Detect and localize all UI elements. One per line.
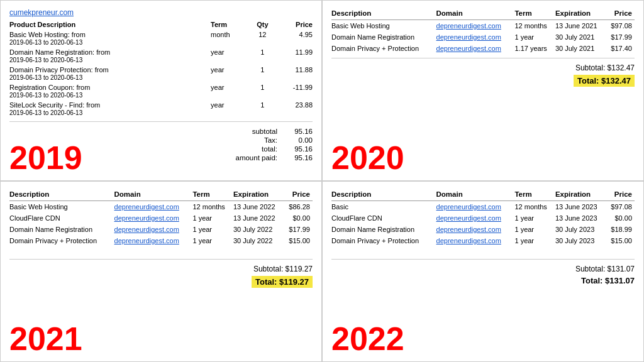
desc-cell: Basic Web Hosting: from2019-06-13 to 202… (9, 30, 208, 47)
desc-cell: Basic Web Hosting (331, 20, 436, 32)
domain-cell: depreneurdigest.com (436, 224, 515, 235)
year-2022: 2022 (331, 322, 404, 355)
price-cell: $17.99 (607, 31, 635, 43)
col-term: Term (514, 189, 555, 201)
desc-cell: CloudFlare CDN (9, 212, 114, 224)
table-row: Basic Web Hosting depreneurdigest.com 12… (9, 201, 313, 213)
total-2020: Total: $132.47 (331, 75, 635, 87)
cell-2022: Description Domain Term Expiration Price… (322, 181, 644, 362)
term-cell: year (208, 82, 251, 100)
price-cell: $97.08 (607, 201, 635, 213)
tax-value: 0.00 (287, 136, 313, 144)
col-header-price: Price (274, 19, 313, 30)
qty-cell: 1 (251, 82, 274, 100)
domain-cell: depreneurdigest.com (436, 235, 515, 246)
table-row: Domain Privacy + Protection depreneurdig… (331, 235, 635, 246)
table-row: Domain Name Registration depreneurdigest… (331, 31, 635, 43)
price-cell: -11.99 (274, 82, 313, 100)
cumekpreneur-link[interactable]: cumekpreneur.com (9, 8, 74, 17)
table-row: Basic Web Hosting depreneurdigest.com 12… (331, 20, 635, 32)
year-2021: 2021 (9, 322, 82, 355)
term-cell: 12 months (514, 201, 555, 213)
col-header-qty: Qty (251, 19, 274, 30)
table-row: Domain Name Registration: from2019-06-13… (9, 47, 313, 65)
col-header-desc: Product Description (9, 19, 208, 30)
table-row: CloudFlare CDN depreneurdigest.com 1 yea… (9, 212, 313, 224)
desc-cell: Domain Privacy Protection: from2019-06-1… (9, 65, 208, 82)
exp-cell: 30 July 2023 (555, 224, 607, 235)
price-cell: $15.00 (285, 235, 313, 246)
total-label: total: (221, 145, 277, 153)
table-row: Basic Web Hosting: from2019-06-13 to 202… (9, 30, 313, 47)
desc-cell: Domain Name Registration (331, 31, 436, 43)
term-cell: 1 year (514, 212, 555, 224)
year-2020: 2020 (331, 141, 404, 174)
invoice-table-2021: Description Domain Term Expiration Price… (9, 189, 313, 246)
term-cell: 1 year (514, 235, 555, 246)
table-row: SiteLock Security - Find: from2019-06-13… (9, 100, 313, 118)
price-cell: $86.28 (285, 201, 313, 213)
price-cell: $0.00 (607, 212, 635, 224)
table-row: CloudFlare CDN depreneurdigest.com 1 yea… (331, 212, 635, 224)
col-price: Price (285, 189, 313, 201)
table-row: Registration Coupon: from2019-06-13 to 2… (9, 82, 313, 100)
price-cell: $17.40 (607, 43, 635, 54)
price-cell: 11.88 (274, 65, 313, 82)
subtotal-2022: Subtotal: $131.07 (331, 265, 635, 273)
col-price: Price (607, 8, 635, 20)
term-cell: 12 months (514, 20, 555, 32)
total-2022: Total: $131.07 (331, 276, 635, 285)
desc-cell: Domain Name Registration (331, 224, 436, 235)
price-cell: $17.99 (285, 224, 313, 235)
price-cell: 4.95 (274, 30, 313, 47)
table-row: Domain Name Registration depreneurdigest… (331, 224, 635, 235)
main-grid: cumekpreneur.com Product Description Ter… (0, 0, 644, 362)
subtotal-2021: Subtotal: $119.27 (9, 265, 313, 273)
desc-cell: Domain Privacy + Protection (9, 235, 114, 246)
year-2019: 2019 (9, 141, 82, 174)
exp-cell: 13 June 2022 (233, 201, 285, 213)
domain-cell: depreneurdigest.com (114, 212, 193, 224)
col-price: Price (607, 189, 635, 201)
desc-cell: Registration Coupon: from2019-06-13 to 2… (9, 82, 208, 100)
term-cell: year (208, 100, 251, 118)
term-cell: 1 year (192, 224, 233, 235)
desc-cell: SiteLock Security - Find: from2019-06-13… (9, 100, 208, 118)
term-cell: 12 months (192, 201, 233, 213)
subtotal-label: subtotal (221, 128, 277, 135)
table-row: Domain Privacy + Protection depreneurdig… (331, 43, 635, 54)
col-desc: Description (9, 189, 114, 201)
col-exp: Expiration (233, 189, 285, 201)
domain-cell: depreneurdigest.com (436, 20, 515, 32)
desc-cell: Domain Name Registration: from2019-06-13… (9, 47, 208, 65)
table-row: Domain Privacy Protection: from2019-06-1… (9, 65, 313, 82)
col-exp: Expiration (555, 189, 607, 201)
tax-label: Tax: (221, 136, 277, 144)
cell-2019: cumekpreneur.com Product Description Ter… (0, 0, 322, 181)
exp-cell: 13 June 2023 (555, 201, 607, 213)
desc-cell: Domain Privacy + Protection (331, 43, 436, 54)
term-cell: 1.17 years (514, 43, 555, 54)
exp-cell: 30 July 2021 (555, 31, 607, 43)
exp-cell: 13 June 2023 (555, 212, 607, 224)
subtotal-2020: Subtotal: $132.47 (331, 63, 635, 72)
desc-cell: Domain Name Registration (9, 224, 114, 235)
term-cell: year (208, 47, 251, 65)
qty-cell: 1 (251, 100, 274, 118)
cell-2020: Description Domain Term Expiration Price… (322, 0, 644, 181)
domain-cell: depreneurdigest.com (436, 31, 515, 43)
domain-cell: depreneurdigest.com (436, 201, 515, 213)
price-cell: $18.99 (607, 224, 635, 235)
exp-cell: 30 July 2023 (555, 235, 607, 246)
exp-cell: 13 June 2021 (555, 20, 607, 32)
paid-value: 95.16 (287, 154, 313, 162)
subtotal-value: 95.16 (287, 128, 313, 135)
total-2021: Total: $119.27 (9, 276, 313, 288)
desc-cell: Basic (331, 201, 436, 213)
col-desc: Description (331, 8, 436, 20)
price-cell: 23.88 (274, 100, 313, 118)
col-domain: Domain (436, 8, 515, 20)
desc-cell: Basic Web Hosting (9, 201, 114, 213)
col-term: Term (514, 8, 555, 20)
cell-2021: Description Domain Term Expiration Price… (0, 181, 322, 362)
